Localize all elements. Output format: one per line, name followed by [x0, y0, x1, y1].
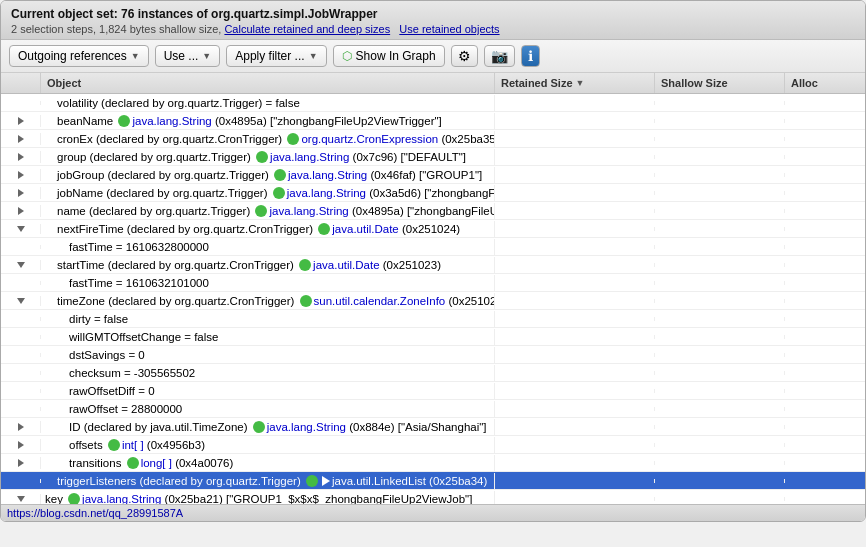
- shallow-cell: [655, 497, 785, 501]
- col-object[interactable]: Object: [41, 73, 495, 93]
- use-retained-link[interactable]: Use retained objects: [399, 23, 499, 35]
- shallow-cell: [655, 155, 785, 159]
- table-row[interactable]: fastTime = 1610632800000: [1, 238, 865, 256]
- gear-button[interactable]: ⚙: [451, 45, 478, 67]
- table-row[interactable]: jobGroup (declared by org.quartz.Trigger…: [1, 166, 865, 184]
- expand-cell[interactable]: [1, 439, 41, 451]
- addr: (0x4a0076): [172, 457, 233, 469]
- type-name: java.lang.String: [132, 115, 211, 127]
- field-name: beanName: [57, 115, 116, 127]
- alloc-cell: [785, 443, 865, 447]
- declared: (declared by org.quartz.CronTrigger): [105, 295, 298, 307]
- addr: (0x251023): [380, 259, 441, 271]
- table-row[interactable]: checksum = -305565502: [1, 364, 865, 382]
- ref-icon: [318, 223, 330, 235]
- field-name: key: [45, 493, 63, 505]
- table-row[interactable]: name (declared by org.quartz.Trigger) ja…: [1, 202, 865, 220]
- ref-icon: [255, 205, 267, 217]
- addr: (0x4895a): [212, 115, 270, 127]
- chevron-down-icon-2: ▼: [202, 51, 211, 61]
- use-dropdown[interactable]: Use ... ▼: [155, 45, 221, 67]
- expand-cell: [1, 479, 41, 483]
- field-name: cronEx: [57, 133, 93, 145]
- ref-icon: [287, 133, 299, 145]
- show-graph-button[interactable]: ⬡ Show In Graph: [333, 45, 445, 67]
- table-row[interactable]: nextFireTime (declared by org.quartz.Cro…: [1, 220, 865, 238]
- alloc-cell: [785, 461, 865, 465]
- table-row[interactable]: dirty = false: [1, 310, 865, 328]
- expand-cell[interactable]: [1, 169, 41, 181]
- table-row[interactable]: fastTime = 1610632101000: [1, 274, 865, 292]
- table-row[interactable]: ID (declared by java.util.TimeZone) java…: [1, 418, 865, 436]
- retained-cell: [495, 389, 655, 393]
- retained-cell: [495, 335, 655, 339]
- camera-button[interactable]: 📷: [484, 45, 515, 67]
- shallow-cell: [655, 191, 785, 195]
- table-row[interactable]: volatility (declared by org.quartz.Trigg…: [1, 94, 865, 112]
- title-bar: Current object set: 76 instances of org.…: [1, 1, 865, 40]
- table-row[interactable]: group (declared by org.quartz.Trigger) j…: [1, 148, 865, 166]
- table-row[interactable]: rawOffset = 28800000: [1, 400, 865, 418]
- table-row[interactable]: rawOffsetDiff = 0: [1, 382, 865, 400]
- apply-filter-label: Apply filter ...: [235, 49, 304, 63]
- expand-icon: [18, 459, 24, 467]
- expand-icon: [18, 207, 24, 215]
- col-retained[interactable]: Retained Size ▼: [495, 73, 655, 93]
- expand-cell[interactable]: [1, 296, 41, 306]
- field-name: offsets: [69, 439, 103, 451]
- expand-cell[interactable]: [1, 115, 41, 127]
- col-alloc[interactable]: Alloc: [785, 73, 865, 93]
- shallow-cell: [655, 461, 785, 465]
- shallow-cell: [655, 245, 785, 249]
- object-cell: timeZone (declared by org.quartz.CronTri…: [41, 293, 495, 309]
- addr: (0x4956b3): [144, 439, 205, 451]
- expand-cell[interactable]: [1, 205, 41, 217]
- alloc-cell: [785, 479, 865, 483]
- alloc-cell: [785, 389, 865, 393]
- outgoing-references-dropdown[interactable]: Outgoing references ▼: [9, 45, 149, 67]
- addr: (0x884e): [346, 421, 398, 433]
- table-row-selected[interactable]: triggerListeners (declared by org.quartz…: [1, 472, 865, 490]
- info-button[interactable]: ℹ: [521, 45, 540, 67]
- col-retained-label: Retained Size: [501, 77, 573, 89]
- col-shallow[interactable]: Shallow Size: [655, 73, 785, 93]
- expand-cell[interactable]: [1, 187, 41, 199]
- retained-cell: [495, 155, 655, 159]
- table-row[interactable]: beanName java.lang.String (0x4895a) ["zh…: [1, 112, 865, 130]
- table-row[interactable]: jobName (declared by org.quartz.Trigger)…: [1, 184, 865, 202]
- calc-retained-link[interactable]: Calculate retained and deep sizes: [224, 23, 390, 35]
- table-row[interactable]: willGMTOffsetChange = false: [1, 328, 865, 346]
- expand-cell[interactable]: [1, 151, 41, 163]
- shallow-cell: [655, 101, 785, 105]
- table-row[interactable]: transitions long[ ] (0x4a0076): [1, 454, 865, 472]
- apply-filter-button[interactable]: Apply filter ... ▼: [226, 45, 326, 67]
- chevron-down-icon: ▼: [131, 51, 140, 61]
- expand-cell[interactable]: [1, 421, 41, 433]
- shallow-cell: [655, 281, 785, 285]
- table-row[interactable]: dstSavings = 0: [1, 346, 865, 364]
- table-row[interactable]: startTime (declared by org.quartz.CronTr…: [1, 256, 865, 274]
- alloc-cell: [785, 371, 865, 375]
- ref-icon: [108, 439, 120, 451]
- expand-cell[interactable]: [1, 457, 41, 469]
- table-row[interactable]: timeZone (declared by org.quartz.CronTri…: [1, 292, 865, 310]
- expand-cell: [1, 389, 41, 393]
- col-shallow-label: Shallow Size: [661, 77, 728, 89]
- expand-icon: [18, 135, 24, 143]
- table-row[interactable]: cronEx (declared by org.quartz.CronTrigg…: [1, 130, 865, 148]
- alloc-cell: [785, 137, 865, 141]
- type-name: java.lang.String: [267, 421, 346, 433]
- expand-cell[interactable]: [1, 224, 41, 234]
- expand-cell[interactable]: [1, 260, 41, 270]
- shallow-cell: [655, 371, 785, 375]
- ref-icon: [68, 493, 80, 505]
- retained-cell: [495, 443, 655, 447]
- expand-cell[interactable]: [1, 133, 41, 145]
- alloc-cell: [785, 155, 865, 159]
- expand-cell[interactable]: [1, 494, 41, 504]
- collapse-icon: [17, 298, 25, 304]
- table-row[interactable]: key java.lang.String (0x25ba21) ["GROUP1…: [1, 490, 865, 504]
- table-row[interactable]: offsets int[ ] (0x4956b3): [1, 436, 865, 454]
- shallow-cell: [655, 443, 785, 447]
- shallow-cell: [655, 407, 785, 411]
